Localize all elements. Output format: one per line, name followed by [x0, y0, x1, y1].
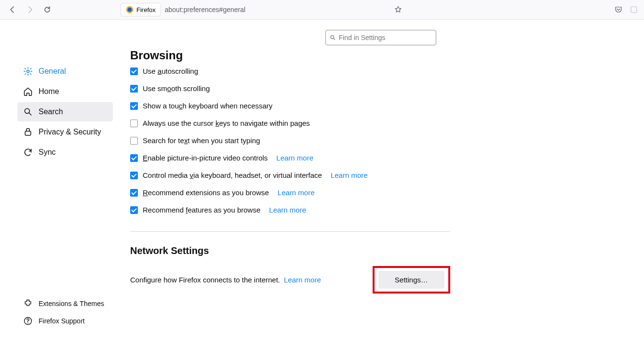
- checkbox[interactable]: [130, 137, 138, 145]
- settings-search[interactable]: [325, 30, 436, 45]
- section-network-title: Network Settings: [130, 245, 634, 256]
- firefox-badge: Firefox: [121, 3, 161, 16]
- reload-button[interactable]: [40, 3, 54, 16]
- checkbox[interactable]: [130, 172, 138, 179]
- help-icon: [23, 316, 33, 326]
- sidebar-support[interactable]: Firefox Support: [0, 312, 117, 330]
- svg-point-7: [27, 322, 28, 323]
- checkbox-label: Control media via keyboard, headset, or …: [143, 171, 322, 179]
- checkbox[interactable]: [130, 120, 138, 127]
- checkbox-row: Always use the cursor keys to navigate w…: [130, 119, 634, 127]
- puzzle-icon: [23, 299, 33, 308]
- checkbox[interactable]: [130, 189, 138, 197]
- lock-icon: [23, 127, 33, 137]
- sidebar-label: Firefox Support: [39, 317, 85, 325]
- learn-more-link[interactable]: Learn more: [331, 171, 368, 179]
- firefox-icon: [126, 6, 134, 13]
- sidebar-label: Privacy & Security: [39, 128, 101, 136]
- browser-toolbar: Firefox about:preferences#general: [0, 0, 644, 20]
- checkbox-label: Recommend extensions as you browse: [143, 188, 269, 197]
- badge-label: Firefox: [136, 6, 156, 13]
- search-input[interactable]: [339, 34, 432, 41]
- sync-icon: [23, 147, 33, 157]
- svg-point-8: [331, 36, 334, 39]
- checkbox-row: Search for text when you start typing: [130, 136, 634, 145]
- network-learn-more[interactable]: Learn more: [284, 276, 321, 284]
- checkbox-label: Show a touch keyboard when necessary: [143, 102, 272, 110]
- checkbox-label: Enable picture-in-picture video controls: [143, 154, 268, 162]
- checkbox-label: Always use the cursor keys to navigate w…: [143, 119, 310, 127]
- checkbox-row: Use autoscrolling: [130, 67, 634, 75]
- checkbox-row: Enable picture-in-picture video controls…: [130, 154, 634, 162]
- checkbox-row: Show a touch keyboard when necessary: [130, 102, 634, 110]
- checkbox[interactable]: [130, 206, 138, 214]
- checkbox[interactable]: [130, 154, 138, 162]
- checkbox-label: Use autoscrolling: [143, 67, 198, 75]
- pocket-icon[interactable]: [614, 5, 623, 14]
- svg-point-3: [27, 70, 29, 73]
- learn-more-link[interactable]: Learn more: [278, 188, 315, 197]
- address-bar[interactable]: Firefox about:preferences#general: [121, 2, 249, 17]
- sidebar-label: Search: [39, 107, 63, 116]
- settings-sidebar: General Home Search Privacy & Security S…: [0, 20, 117, 347]
- forward-button[interactable]: [23, 3, 37, 16]
- network-desc: Configure how Firefox connects to the in…: [130, 276, 280, 284]
- svg-point-1: [128, 8, 132, 12]
- checkbox[interactable]: [130, 67, 138, 75]
- checkbox-row: Use smooth scrolling: [130, 84, 634, 93]
- home-icon: [23, 87, 33, 96]
- svg-rect-2: [631, 7, 637, 13]
- svg-point-4: [25, 108, 29, 113]
- checkbox-row: Recommend extensions as you browseLearn …: [130, 188, 634, 197]
- settings-content: Browsing Use autoscrollingUse smooth scr…: [117, 20, 644, 347]
- checkbox[interactable]: [130, 102, 138, 110]
- section-browsing-title: Browsing: [130, 49, 634, 62]
- checkbox[interactable]: [130, 85, 138, 93]
- learn-more-link[interactable]: Learn more: [269, 206, 306, 214]
- sidebar-extensions[interactable]: Extensions & Themes: [0, 295, 117, 312]
- sidebar-label: General: [39, 67, 66, 76]
- network-settings-button[interactable]: Settings…: [378, 271, 444, 289]
- account-icon[interactable]: [630, 5, 638, 14]
- url-text: about:preferences#general: [161, 6, 249, 13]
- checkbox-label: Recommend features as you browse: [143, 206, 260, 214]
- learn-more-link[interactable]: Learn more: [276, 154, 313, 162]
- sidebar-item-home[interactable]: Home: [0, 82, 117, 101]
- sidebar-label: Home: [39, 87, 59, 96]
- search-icon: [330, 34, 336, 41]
- checkbox-label: Use smooth scrolling: [143, 84, 210, 93]
- sidebar-label: Extensions & Themes: [39, 300, 104, 307]
- checkbox-label: Search for text when you start typing: [143, 136, 260, 145]
- checkbox-row: Control media via keyboard, headset, or …: [130, 171, 634, 179]
- back-button[interactable]: [6, 3, 19, 16]
- sidebar-item-general[interactable]: General: [0, 62, 117, 81]
- sidebar-item-search[interactable]: Search: [17, 102, 113, 121]
- search-icon: [23, 107, 33, 117]
- sidebar-label: Sync: [39, 148, 56, 157]
- divider: [130, 231, 450, 232]
- highlight-box: Settings…: [373, 266, 450, 294]
- bookmark-star-icon[interactable]: [394, 5, 402, 14]
- gear-icon: [23, 67, 33, 76]
- checkbox-row: Recommend features as you browseLearn mo…: [130, 206, 634, 214]
- sidebar-item-privacy[interactable]: Privacy & Security: [0, 122, 117, 142]
- sidebar-item-sync[interactable]: Sync: [0, 143, 117, 162]
- svg-rect-5: [25, 131, 31, 135]
